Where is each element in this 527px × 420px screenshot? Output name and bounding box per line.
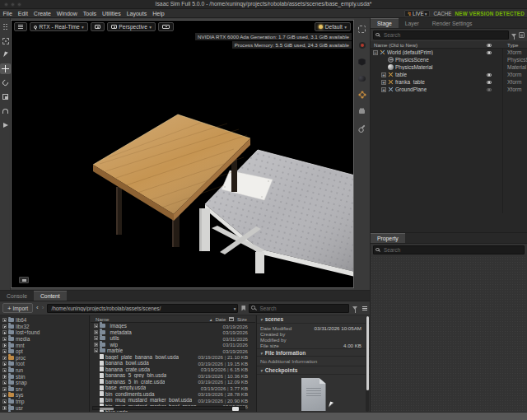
file-row[interactable]: bananas_5_grey_bin.usda 03/19/202610.36 … bbox=[91, 372, 255, 379]
folder-tree-row[interactable]: sbin bbox=[0, 373, 89, 380]
visibility-eye-toggle[interactable] bbox=[487, 88, 492, 91]
visibility-eye-toggle[interactable] bbox=[487, 73, 492, 77]
tool-button-icon[interactable] bbox=[0, 49, 11, 60]
stage-panel-tab[interactable]: Render Settings bbox=[426, 19, 479, 28]
path-input[interactable] bbox=[47, 304, 238, 313]
resolution-button[interactable] bbox=[158, 22, 174, 31]
file-row[interactable]: bagel_plate_banana_bowl.usda 03/19/20262… bbox=[91, 354, 255, 361]
file-row[interactable]: banana_bowl.usda 03/19/202619.15 KB bbox=[91, 360, 255, 366]
panel-tool-icon[interactable] bbox=[356, 40, 368, 51]
menu-item[interactable]: Window bbox=[54, 11, 80, 16]
expand-toggle[interactable] bbox=[373, 50, 378, 55]
expand-toggle[interactable] bbox=[381, 80, 386, 85]
viewport-menu-button[interactable] bbox=[14, 22, 27, 31]
expand-toggle[interactable] bbox=[94, 330, 98, 334]
camera-dropdown[interactable]: Perspective bbox=[107, 22, 156, 31]
expand-toggle[interactable] bbox=[381, 72, 386, 77]
stage-panel-tab[interactable]: Stage bbox=[371, 18, 399, 28]
chevron-down-icon[interactable] bbox=[425, 11, 427, 16]
details-section-checkpoints[interactable]: Checkpoints bbox=[257, 366, 370, 375]
filter-icon[interactable] bbox=[511, 34, 516, 37]
property-search-input[interactable] bbox=[373, 245, 525, 254]
expand-toggle[interactable] bbox=[2, 387, 7, 391]
file-row[interactable]: base_empty.usda 03/19/20263.77 KB bbox=[91, 385, 255, 391]
folder-tree-row[interactable]: tmp bbox=[0, 399, 89, 405]
stage-tree-row[interactable]: PhysicsMaterial Material bbox=[371, 63, 527, 71]
tool-button-icon[interactable] bbox=[0, 21, 11, 32]
horizontal-scrollbar[interactable] bbox=[92, 406, 245, 410]
tool-button-icon[interactable] bbox=[0, 63, 11, 74]
file-row[interactable]: _utils 03/31/2026 bbox=[91, 335, 255, 342]
viewport-corner-button[interactable] bbox=[19, 277, 29, 283]
folder-tree-row[interactable]: mnt bbox=[0, 342, 89, 348]
menu-item[interactable]: Utilities bbox=[100, 11, 124, 16]
live-sync-button[interactable]: LIVE bbox=[404, 10, 431, 17]
stage-panel-tab[interactable]: Layer bbox=[399, 19, 426, 28]
expand-toggle[interactable] bbox=[94, 336, 98, 340]
details-scrollbar[interactable] bbox=[366, 316, 369, 412]
forward-button[interactable]: › bbox=[42, 305, 44, 311]
menu-item[interactable]: Layouts bbox=[124, 11, 150, 16]
panel-tool-icon[interactable] bbox=[356, 56, 368, 68]
expand-toggle[interactable] bbox=[2, 318, 7, 322]
back-button[interactable]: ‹ bbox=[36, 305, 39, 311]
details-section-scenes[interactable]: scenes bbox=[257, 315, 370, 324]
stage-options-icon[interactable] bbox=[519, 32, 525, 38]
renderer-dropdown[interactable]: RTX - Real-Time bbox=[30, 22, 88, 31]
visibility-eye-toggle[interactable] bbox=[487, 51, 492, 54]
version-notice[interactable]: NEW VERSION DETECTED bbox=[455, 11, 525, 16]
expand-toggle[interactable] bbox=[2, 330, 7, 334]
import-button[interactable]: Import bbox=[2, 303, 33, 313]
path-dropdown-icon[interactable] bbox=[234, 306, 236, 311]
camera-settings-button[interactable] bbox=[91, 22, 105, 31]
menu-item[interactable]: File bbox=[0, 11, 15, 16]
stage-tree-row[interactable]: World (defaultPrim) Xform bbox=[371, 49, 527, 56]
menu-item[interactable]: Tools bbox=[80, 11, 99, 16]
folder-tree-row[interactable]: libx32 bbox=[0, 324, 89, 330]
scrollbar-end-button[interactable] bbox=[232, 407, 239, 411]
menu-item[interactable]: Edit bbox=[15, 11, 30, 16]
folder-tree-row[interactable]: sys bbox=[0, 392, 89, 399]
eye-column-header[interactable] bbox=[487, 44, 492, 47]
panel-tool-icon[interactable] bbox=[356, 122, 368, 133]
expand-toggle[interactable] bbox=[2, 368, 7, 372]
folder-tree-row[interactable]: lost+found bbox=[0, 329, 89, 336]
details-section-file-information[interactable]: File Information bbox=[257, 348, 370, 357]
type-column-header[interactable]: Type bbox=[507, 42, 518, 48]
tool-button-icon[interactable] bbox=[0, 91, 11, 102]
expand-toggle[interactable] bbox=[94, 348, 98, 352]
viewport-canvas[interactable]: RTX - Real-Time Perspective Default NVID… bbox=[11, 20, 354, 288]
panel-tool-icon[interactable] bbox=[356, 89, 368, 100]
lighting-dropdown[interactable]: Default bbox=[315, 22, 351, 31]
stage-tree-row[interactable]: PhysicsScene PhysicsScene bbox=[371, 56, 527, 63]
tool-button-icon[interactable] bbox=[0, 105, 11, 116]
folder-tree-row[interactable]: snap bbox=[0, 380, 89, 386]
file-row[interactable]: marble 03/19/2026 bbox=[91, 348, 255, 354]
file-row[interactable]: _metadata 03/19/2026 bbox=[91, 329, 255, 336]
file-row[interactable]: bin_condiments.usda 03/19/202628.78 KB bbox=[91, 391, 255, 398]
content-panel-tab[interactable]: Console bbox=[0, 292, 34, 301]
expand-toggle[interactable] bbox=[94, 343, 98, 347]
expand-toggle[interactable] bbox=[2, 393, 7, 397]
expand-toggle[interactable] bbox=[2, 349, 7, 353]
folder-tree-row[interactable]: srv bbox=[0, 386, 89, 393]
folder-tree-row[interactable]: proc bbox=[0, 355, 89, 362]
expand-toggle[interactable] bbox=[2, 399, 7, 404]
panel-tool-icon[interactable] bbox=[356, 72, 368, 84]
checkpoint-file-thumbnail[interactable] bbox=[301, 378, 326, 411]
file-row[interactable]: _wip 03/31/2026 bbox=[91, 342, 255, 348]
expand-toggle[interactable] bbox=[2, 343, 7, 348]
expand-toggle[interactable] bbox=[2, 406, 7, 410]
panel-tool-icon[interactable] bbox=[356, 105, 368, 117]
viewport-scene[interactable] bbox=[12, 21, 354, 288]
folder-tree-row[interactable]: lib64 bbox=[0, 317, 89, 324]
file-row[interactable]: _images 03/19/2026 bbox=[91, 323, 255, 329]
file-row[interactable]: banana_crate.usda 03/19/20266.15 KB bbox=[91, 366, 255, 373]
content-panel-tab[interactable]: Content bbox=[34, 291, 67, 301]
size-column-header[interactable]: Size bbox=[237, 316, 247, 322]
folder-tree-row[interactable]: root bbox=[0, 361, 89, 367]
calendar-icon[interactable] bbox=[229, 317, 234, 322]
filter-icon[interactable] bbox=[352, 306, 357, 310]
folder-tree-row[interactable]: media bbox=[0, 336, 89, 343]
expand-toggle[interactable] bbox=[2, 362, 7, 366]
